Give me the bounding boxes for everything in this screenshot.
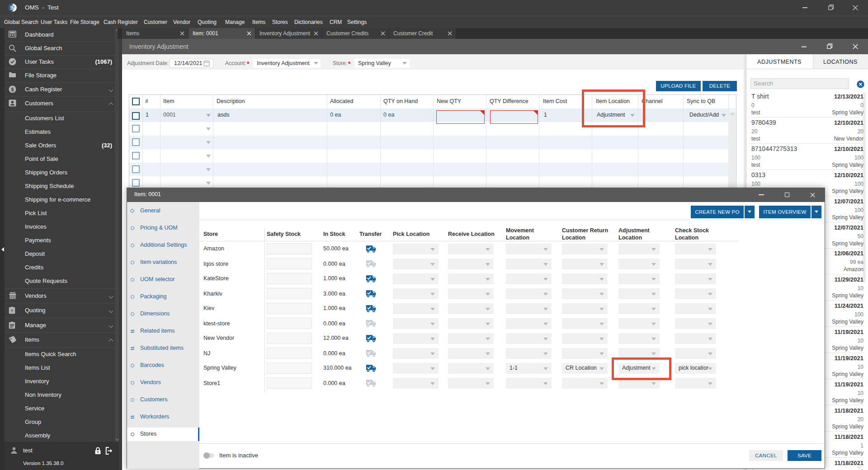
svg-text:$: $ (11, 87, 14, 92)
svg-text:?: ? (11, 308, 14, 313)
